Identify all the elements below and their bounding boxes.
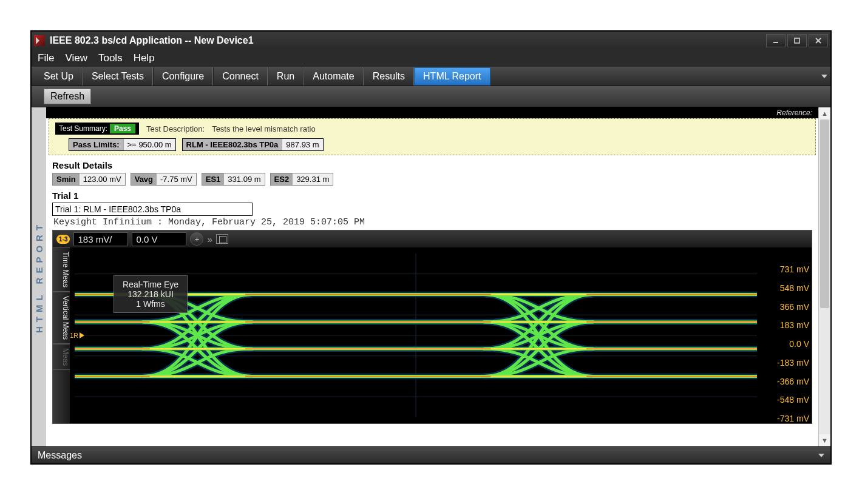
- menu-tools[interactable]: Tools: [98, 52, 123, 64]
- volts-per-div-input[interactable]: [73, 232, 128, 246]
- tab-select-tests[interactable]: Select Tests: [83, 67, 153, 86]
- y-axis: 731 mV548 mV 366 mV183 mV 0.0 V-183 mV -…: [759, 264, 809, 423]
- close-button[interactable]: [809, 34, 828, 47]
- result-details-row: Smin123.00 mV Vavg-7.75 mV ES1331.09 m E…: [46, 172, 818, 190]
- menu-view[interactable]: View: [65, 52, 87, 64]
- oscilloscope-panel: 1-3 + » Time Meas Vertical Meas Meas: [52, 230, 812, 424]
- trial-name-input[interactable]: [52, 203, 253, 216]
- tab-vertical-meas[interactable]: Vertical Meas: [53, 292, 70, 344]
- vertical-scrollbar[interactable]: ▲ ▼: [818, 107, 830, 446]
- messages-bar[interactable]: Messages: [32, 446, 830, 463]
- messages-label: Messages: [38, 450, 82, 461]
- tab-setup[interactable]: Set Up: [35, 67, 83, 86]
- scroll-up-icon[interactable]: ▲: [819, 107, 830, 119]
- chip-smin: Smin123.00 mV: [52, 173, 126, 186]
- maximize-button[interactable]: [787, 34, 807, 47]
- report-toolbar: Refresh: [32, 86, 830, 107]
- tab-time-meas[interactable]: Time Meas: [53, 247, 70, 292]
- svg-rect-1: [795, 38, 799, 43]
- chip-es2: ES2329.31 m: [270, 173, 334, 186]
- menu-help[interactable]: Help: [134, 52, 155, 64]
- tab-configure[interactable]: Configure: [153, 67, 213, 86]
- chip-vavg: Vavg-7.75 mV: [131, 173, 197, 186]
- scroll-thumb[interactable]: [820, 119, 829, 308]
- tab-run[interactable]: Run: [268, 67, 304, 86]
- reference-marker[interactable]: 1R: [70, 332, 84, 339]
- chip-es1: ES1331.09 m: [202, 173, 265, 186]
- titlebar: IEEE 802.3 bs/cd Application -- New Devi…: [32, 32, 830, 50]
- tab-connect[interactable]: Connect: [213, 67, 268, 86]
- tab-meas-dim: Meas: [53, 344, 70, 370]
- scope-left-tabs: Time Meas Vertical Meas Meas: [53, 247, 70, 423]
- rlm-chip: RLM - IEEE802.3bs TP0a 987.93 m: [182, 138, 324, 151]
- tab-automate[interactable]: Automate: [304, 67, 363, 86]
- minimize-button[interactable]: [766, 34, 786, 47]
- tab-results[interactable]: Results: [364, 67, 414, 86]
- test-summary-chip: Test Summary: Pass: [55, 123, 139, 135]
- test-description-value: Tests the level mismatch ratio: [212, 124, 316, 133]
- window-icon[interactable]: [216, 234, 228, 244]
- channel-chip[interactable]: 1-3: [56, 235, 70, 244]
- chevron-right-icon[interactable]: »: [207, 234, 212, 244]
- refresh-button[interactable]: Refresh: [44, 89, 91, 104]
- result-details-heading: Result Details: [46, 159, 818, 172]
- reference-row: Reference:: [46, 107, 818, 118]
- chevron-down-icon[interactable]: [818, 454, 824, 457]
- plus-icon[interactable]: +: [190, 232, 203, 246]
- tabbar: Set Up Select Tests Configure Connect Ru…: [32, 67, 830, 86]
- tab-html-report[interactable]: HTML Report: [414, 67, 490, 86]
- tabbar-more-icon[interactable]: [818, 67, 830, 86]
- window-title: IEEE 802.3 bs/cd Application -- New Devi…: [50, 35, 254, 46]
- app-icon: [34, 35, 45, 46]
- scroll-down-icon[interactable]: ▼: [819, 434, 830, 446]
- test-description-label: Test Description:: [146, 124, 205, 133]
- trial-meta: Keysight Infiniium : Monday, February 25…: [46, 216, 818, 229]
- menubar: File View Tools Help: [32, 50, 830, 67]
- status-badge: Pass: [110, 124, 135, 133]
- pass-limits-chip: Pass Limits: >= 950.00 m: [69, 138, 176, 151]
- offset-input[interactable]: [132, 232, 186, 246]
- test-summary-box: Test Summary: Pass Test Description: Tes…: [49, 118, 816, 155]
- menu-file[interactable]: File: [38, 52, 54, 64]
- side-tab-html-report[interactable]: HTML REPORT: [32, 107, 46, 446]
- trial-heading: Trial 1: [46, 190, 818, 201]
- test-summary-label: Test Summary:: [59, 124, 107, 133]
- eye-info-box: Real-Time Eye 132.218 kUI 1 Wfms: [114, 275, 188, 313]
